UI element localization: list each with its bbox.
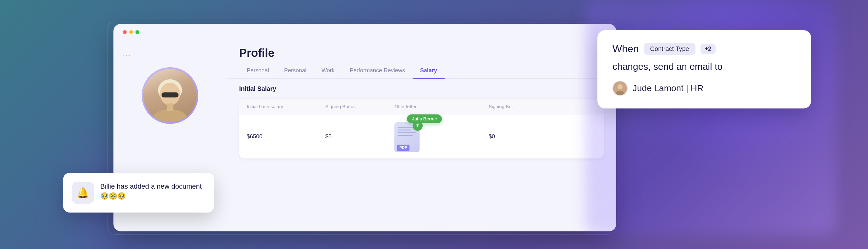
profile-main: Profile Personal Personal Work Performan… (226, 40, 616, 229)
dot-minimize[interactable] (129, 30, 133, 34)
pdf-label: PDF (397, 145, 409, 151)
rule-card: When Contract Type +2 changes, send an e… (597, 30, 811, 108)
salary-content: Initial Salary Initial base salary Signi… (226, 85, 616, 229)
rule-recipient-row: Jude Lamont | HR (613, 81, 796, 96)
tab-personal-2[interactable]: Personal (277, 63, 314, 78)
sidebar-ellipsis: ... (123, 50, 131, 58)
avatar-image (143, 69, 197, 122)
tab-personal-1[interactable]: Personal (239, 63, 277, 78)
rule-changes-text: changes, send an email to (613, 61, 796, 72)
salary-section-title: Initial Salary (239, 85, 604, 92)
julia-bernie-badge: Julia Bernie (407, 115, 442, 123)
col-header-base-salary: Initial base salary (247, 104, 325, 109)
rule-row-when: When Contract Type +2 (613, 43, 796, 55)
svg-rect-3 (163, 93, 169, 97)
salary-table-row: $6500 $0 (239, 115, 604, 158)
cell-base-salary: $6500 (247, 133, 325, 140)
cell-signing-b: $0 (489, 133, 567, 140)
tab-salary[interactable]: Salary (413, 63, 445, 78)
svg-point-8 (618, 84, 623, 89)
window-dots (123, 30, 139, 34)
col-header-signing-b: Signing Bo... (489, 104, 567, 109)
plus-badge[interactable]: +2 (701, 44, 716, 54)
notification-card: 🔔 Billie has added a new document 🥹🥹🥹 (63, 173, 214, 213)
contract-type-tag[interactable]: Contract Type (644, 43, 695, 55)
bell-icon: 🔔 (77, 187, 89, 199)
window-topbar (114, 24, 616, 40)
nav-tabs: Personal Personal Work Performance Revie… (226, 63, 616, 79)
salary-table: Initial base salary Signing Bonus Offer … (239, 99, 604, 158)
dot-maximize[interactable] (135, 30, 139, 34)
col-header-signing-bonus: Signing Bonus (325, 104, 394, 109)
tab-performance-reviews[interactable]: Performance Reviews (342, 63, 413, 78)
pdf-document[interactable]: PDF Julia Bernie (394, 121, 423, 152)
tab-work[interactable]: Work (314, 63, 342, 78)
avatar (142, 67, 198, 124)
notification-text: Billie has added a new document 🥹🥹🥹 (100, 182, 205, 201)
jude-name: Jude Lamont | HR (632, 83, 703, 93)
offer-letter-cell: PDF Julia Bernie (394, 121, 489, 152)
cell-signing-bonus: $0 (325, 133, 394, 140)
profile-title: Profile (226, 40, 616, 63)
rule-when-label: When (613, 43, 639, 55)
salary-table-header: Initial base salary Signing Bonus Offer … (239, 99, 604, 115)
svg-rect-4 (171, 93, 177, 97)
svg-rect-6 (167, 103, 173, 111)
dot-close[interactable] (123, 30, 127, 34)
jude-avatar (613, 81, 628, 96)
col-header-offer-letter: Offer letter (394, 104, 489, 109)
notification-icon-wrapper: 🔔 (72, 182, 94, 204)
